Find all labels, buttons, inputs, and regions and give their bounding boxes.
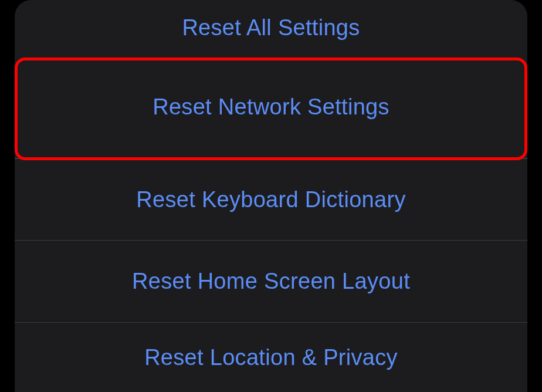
menu-item-label: Reset Home Screen Layout: [132, 269, 410, 294]
reset-menu-screen: Reset All Settings Reset Network Setting…: [0, 0, 542, 392]
reset-home-screen-layout-button[interactable]: Reset Home Screen Layout: [15, 241, 527, 323]
menu-item-label: Reset Keyboard Dictionary: [136, 187, 406, 212]
menu-item-label: Reset Location & Privacy: [144, 345, 398, 370]
menu-item-label: Reset Network Settings: [153, 94, 389, 120]
reset-network-settings-button[interactable]: Reset Network Settings: [15, 56, 527, 158]
reset-menu-list: Reset All Settings Reset Network Setting…: [15, 0, 527, 392]
menu-item-label: Reset All Settings: [182, 15, 360, 40]
reset-keyboard-dictionary-button[interactable]: Reset Keyboard Dictionary: [15, 158, 527, 241]
reset-all-settings-button[interactable]: Reset All Settings: [15, 0, 527, 56]
reset-location-privacy-button[interactable]: Reset Location & Privacy: [15, 323, 527, 392]
